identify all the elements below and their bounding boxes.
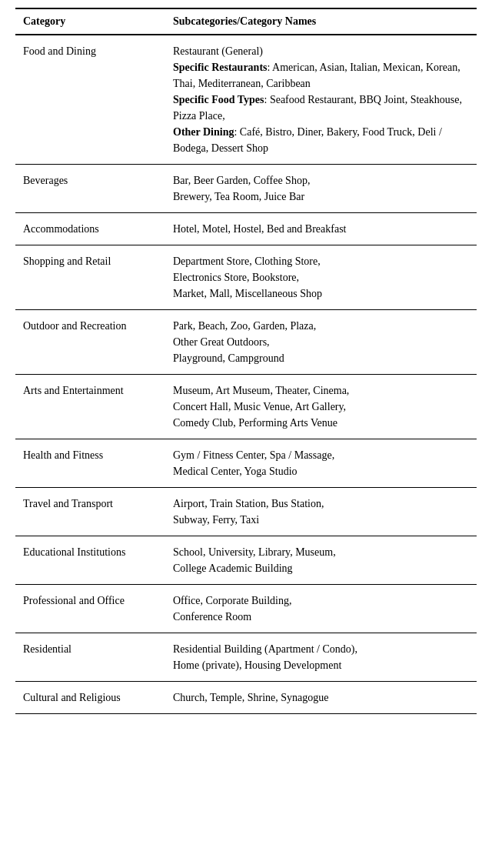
category-cell: Educational Institutions bbox=[15, 536, 165, 585]
table-row: Shopping and RetailDepartment Store, Clo… bbox=[15, 245, 477, 310]
table-row: Professional and OfficeOffice, Corporate… bbox=[15, 585, 477, 633]
category-cell: Accommodations bbox=[15, 213, 165, 245]
category-cell: Professional and Office bbox=[15, 585, 165, 633]
category-cell: Cultural and Religious bbox=[15, 682, 165, 714]
category-cell: Outdoor and Recreation bbox=[15, 310, 165, 375]
table-row: BeveragesBar, Beer Garden, Coffee Shop,B… bbox=[15, 165, 477, 213]
category-cell: Travel and Transport bbox=[15, 488, 165, 536]
subcategories-cell: Residential Building (Apartment / Condo)… bbox=[165, 633, 477, 682]
category-cell: Food and Dining bbox=[15, 35, 165, 165]
subcategories-cell: School, University, Library, Museum,Coll… bbox=[165, 536, 477, 585]
subcategories-cell: Office, Corporate Building,Conference Ro… bbox=[165, 585, 477, 633]
subcategories-cell: Museum, Art Museum, Theater, Cinema,Conc… bbox=[165, 375, 477, 439]
col-header-subcategories: Subcategories/Category Names bbox=[165, 8, 477, 35]
subcategories-cell: Hotel, Motel, Hostel, Bed and Breakfast bbox=[165, 213, 477, 245]
subcategories-cell: Church, Temple, Shrine, Synagogue bbox=[165, 682, 477, 714]
category-cell: Residential bbox=[15, 633, 165, 682]
table-row: ResidentialResidential Building (Apartme… bbox=[15, 633, 477, 682]
category-cell: Health and Fitness bbox=[15, 439, 165, 488]
table-row: Food and DiningRestaurant (General)Speci… bbox=[15, 35, 477, 165]
subcategories-cell: Bar, Beer Garden, Coffee Shop,Brewery, T… bbox=[165, 165, 477, 213]
category-cell: Shopping and Retail bbox=[15, 245, 165, 310]
subcategories-cell: Park, Beach, Zoo, Garden, Plaza,Other Gr… bbox=[165, 310, 477, 375]
subcategories-cell: Airport, Train Station, Bus Station,Subw… bbox=[165, 488, 477, 536]
subcategories-cell: Restaurant (General)Specific Restaurants… bbox=[165, 35, 477, 165]
category-cell: Beverages bbox=[15, 165, 165, 213]
subcategories-cell: Department Store, Clothing Store,Electro… bbox=[165, 245, 477, 310]
col-header-category: Category bbox=[15, 8, 165, 35]
table-row: Arts and EntertainmentMuseum, Art Museum… bbox=[15, 375, 477, 439]
table-row: Cultural and ReligiousChurch, Temple, Sh… bbox=[15, 682, 477, 714]
table-header-row: Category Subcategories/Category Names bbox=[15, 8, 477, 35]
table-row: Travel and TransportAirport, Train Stati… bbox=[15, 488, 477, 536]
table-row: Educational InstitutionsSchool, Universi… bbox=[15, 536, 477, 585]
table-row: AccommodationsHotel, Motel, Hostel, Bed … bbox=[15, 213, 477, 245]
category-table: Category Subcategories/Category Names Fo… bbox=[15, 8, 477, 714]
subcategories-cell: Gym / Fitness Center, Spa / Massage,Medi… bbox=[165, 439, 477, 488]
table-row: Health and FitnessGym / Fitness Center, … bbox=[15, 439, 477, 488]
page-container: Category Subcategories/Category Names Fo… bbox=[0, 0, 492, 729]
category-cell: Arts and Entertainment bbox=[15, 375, 165, 439]
table-row: Outdoor and RecreationPark, Beach, Zoo, … bbox=[15, 310, 477, 375]
